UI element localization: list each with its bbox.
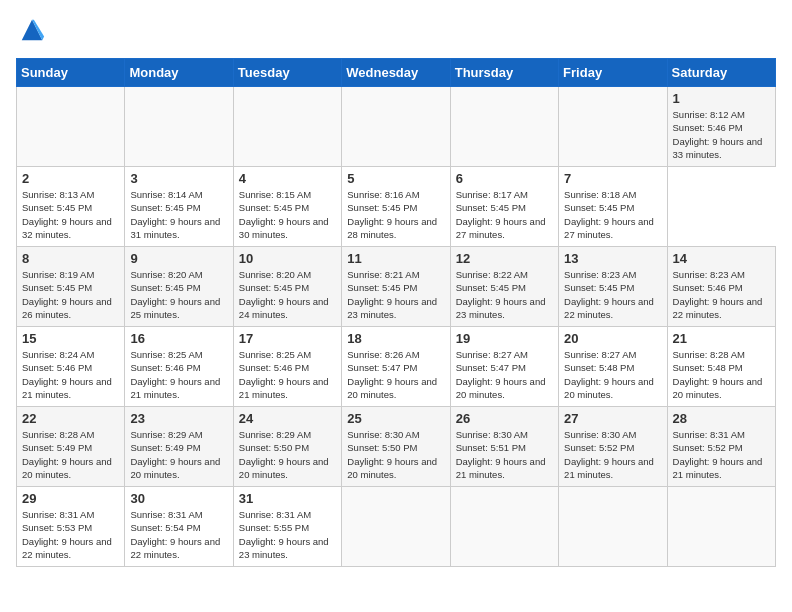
calendar-day-cell: 8Sunrise: 8:19 AMSunset: 5:45 PMDaylight… xyxy=(17,247,125,327)
day-info: Sunrise: 8:18 AMSunset: 5:45 PMDaylight:… xyxy=(564,188,661,241)
calendar-day-cell: 31Sunrise: 8:31 AMSunset: 5:55 PMDayligh… xyxy=(233,487,341,567)
day-number: 29 xyxy=(22,491,119,506)
day-info: Sunrise: 8:14 AMSunset: 5:45 PMDaylight:… xyxy=(130,188,227,241)
col-header-wednesday: Wednesday xyxy=(342,59,450,87)
day-number: 24 xyxy=(239,411,336,426)
day-info: Sunrise: 8:25 AMSunset: 5:46 PMDaylight:… xyxy=(239,348,336,401)
calendar-day-cell: 22Sunrise: 8:28 AMSunset: 5:49 PMDayligh… xyxy=(17,407,125,487)
day-info: Sunrise: 8:31 AMSunset: 5:55 PMDaylight:… xyxy=(239,508,336,561)
calendar-day-cell: 24Sunrise: 8:29 AMSunset: 5:50 PMDayligh… xyxy=(233,407,341,487)
day-info: Sunrise: 8:31 AMSunset: 5:54 PMDaylight:… xyxy=(130,508,227,561)
logo xyxy=(16,16,46,48)
calendar-week-row: 8Sunrise: 8:19 AMSunset: 5:45 PMDaylight… xyxy=(17,247,776,327)
calendar-empty-cell xyxy=(450,487,558,567)
calendar-empty-cell xyxy=(559,487,667,567)
day-info: Sunrise: 8:16 AMSunset: 5:45 PMDaylight:… xyxy=(347,188,444,241)
day-number: 11 xyxy=(347,251,444,266)
day-info: Sunrise: 8:20 AMSunset: 5:45 PMDaylight:… xyxy=(239,268,336,321)
day-number: 3 xyxy=(130,171,227,186)
day-number: 21 xyxy=(673,331,770,346)
day-info: Sunrise: 8:13 AMSunset: 5:45 PMDaylight:… xyxy=(22,188,119,241)
day-number: 4 xyxy=(239,171,336,186)
day-number: 14 xyxy=(673,251,770,266)
calendar-day-cell: 16Sunrise: 8:25 AMSunset: 5:46 PMDayligh… xyxy=(125,327,233,407)
day-info: Sunrise: 8:12 AMSunset: 5:46 PMDaylight:… xyxy=(673,108,770,161)
day-number: 15 xyxy=(22,331,119,346)
calendar-day-cell: 20Sunrise: 8:27 AMSunset: 5:48 PMDayligh… xyxy=(559,327,667,407)
day-info: Sunrise: 8:19 AMSunset: 5:45 PMDaylight:… xyxy=(22,268,119,321)
calendar-empty-cell xyxy=(342,87,450,167)
calendar-day-cell: 23Sunrise: 8:29 AMSunset: 5:49 PMDayligh… xyxy=(125,407,233,487)
day-info: Sunrise: 8:23 AMSunset: 5:46 PMDaylight:… xyxy=(673,268,770,321)
day-info: Sunrise: 8:24 AMSunset: 5:46 PMDaylight:… xyxy=(22,348,119,401)
day-info: Sunrise: 8:30 AMSunset: 5:50 PMDaylight:… xyxy=(347,428,444,481)
calendar-day-cell: 6Sunrise: 8:17 AMSunset: 5:45 PMDaylight… xyxy=(450,167,558,247)
calendar-day-cell: 9Sunrise: 8:20 AMSunset: 5:45 PMDaylight… xyxy=(125,247,233,327)
day-number: 27 xyxy=(564,411,661,426)
col-header-sunday: Sunday xyxy=(17,59,125,87)
calendar-empty-cell xyxy=(559,87,667,167)
calendar-day-cell: 18Sunrise: 8:26 AMSunset: 5:47 PMDayligh… xyxy=(342,327,450,407)
calendar-day-cell: 2Sunrise: 8:13 AMSunset: 5:45 PMDaylight… xyxy=(17,167,125,247)
day-info: Sunrise: 8:30 AMSunset: 5:52 PMDaylight:… xyxy=(564,428,661,481)
day-number: 31 xyxy=(239,491,336,506)
calendar-day-cell: 17Sunrise: 8:25 AMSunset: 5:46 PMDayligh… xyxy=(233,327,341,407)
day-info: Sunrise: 8:21 AMSunset: 5:45 PMDaylight:… xyxy=(347,268,444,321)
day-number: 25 xyxy=(347,411,444,426)
calendar-day-cell: 4Sunrise: 8:15 AMSunset: 5:45 PMDaylight… xyxy=(233,167,341,247)
day-number: 22 xyxy=(22,411,119,426)
day-number: 16 xyxy=(130,331,227,346)
day-number: 26 xyxy=(456,411,553,426)
col-header-saturday: Saturday xyxy=(667,59,775,87)
day-info: Sunrise: 8:31 AMSunset: 5:53 PMDaylight:… xyxy=(22,508,119,561)
day-info: Sunrise: 8:20 AMSunset: 5:45 PMDaylight:… xyxy=(130,268,227,321)
calendar-empty-cell xyxy=(667,487,775,567)
calendar-week-row: 29Sunrise: 8:31 AMSunset: 5:53 PMDayligh… xyxy=(17,487,776,567)
day-info: Sunrise: 8:25 AMSunset: 5:46 PMDaylight:… xyxy=(130,348,227,401)
calendar-day-cell: 30Sunrise: 8:31 AMSunset: 5:54 PMDayligh… xyxy=(125,487,233,567)
calendar-week-row: 15Sunrise: 8:24 AMSunset: 5:46 PMDayligh… xyxy=(17,327,776,407)
calendar-day-cell: 13Sunrise: 8:23 AMSunset: 5:45 PMDayligh… xyxy=(559,247,667,327)
col-header-friday: Friday xyxy=(559,59,667,87)
day-number: 9 xyxy=(130,251,227,266)
calendar-day-cell: 5Sunrise: 8:16 AMSunset: 5:45 PMDaylight… xyxy=(342,167,450,247)
calendar-week-row: 1Sunrise: 8:12 AMSunset: 5:46 PMDaylight… xyxy=(17,87,776,167)
calendar-empty-cell xyxy=(233,87,341,167)
day-number: 18 xyxy=(347,331,444,346)
day-number: 20 xyxy=(564,331,661,346)
col-header-monday: Monday xyxy=(125,59,233,87)
day-number: 7 xyxy=(564,171,661,186)
day-number: 13 xyxy=(564,251,661,266)
day-info: Sunrise: 8:29 AMSunset: 5:50 PMDaylight:… xyxy=(239,428,336,481)
day-number: 2 xyxy=(22,171,119,186)
calendar-header-row: SundayMondayTuesdayWednesdayThursdayFrid… xyxy=(17,59,776,87)
calendar-empty-cell xyxy=(125,87,233,167)
calendar-day-cell: 11Sunrise: 8:21 AMSunset: 5:45 PMDayligh… xyxy=(342,247,450,327)
day-number: 5 xyxy=(347,171,444,186)
day-info: Sunrise: 8:22 AMSunset: 5:45 PMDaylight:… xyxy=(456,268,553,321)
calendar-day-cell: 28Sunrise: 8:31 AMSunset: 5:52 PMDayligh… xyxy=(667,407,775,487)
calendar-empty-cell xyxy=(342,487,450,567)
calendar-day-cell: 14Sunrise: 8:23 AMSunset: 5:46 PMDayligh… xyxy=(667,247,775,327)
day-info: Sunrise: 8:29 AMSunset: 5:49 PMDaylight:… xyxy=(130,428,227,481)
calendar-day-cell: 15Sunrise: 8:24 AMSunset: 5:46 PMDayligh… xyxy=(17,327,125,407)
day-number: 6 xyxy=(456,171,553,186)
day-number: 19 xyxy=(456,331,553,346)
day-number: 23 xyxy=(130,411,227,426)
day-info: Sunrise: 8:27 AMSunset: 5:48 PMDaylight:… xyxy=(564,348,661,401)
calendar-empty-cell xyxy=(450,87,558,167)
calendar-week-row: 22Sunrise: 8:28 AMSunset: 5:49 PMDayligh… xyxy=(17,407,776,487)
col-header-tuesday: Tuesday xyxy=(233,59,341,87)
calendar-day-cell: 7Sunrise: 8:18 AMSunset: 5:45 PMDaylight… xyxy=(559,167,667,247)
day-number: 12 xyxy=(456,251,553,266)
day-info: Sunrise: 8:28 AMSunset: 5:48 PMDaylight:… xyxy=(673,348,770,401)
day-info: Sunrise: 8:28 AMSunset: 5:49 PMDaylight:… xyxy=(22,428,119,481)
calendar-day-cell: 26Sunrise: 8:30 AMSunset: 5:51 PMDayligh… xyxy=(450,407,558,487)
page-header xyxy=(16,16,776,48)
calendar-day-cell: 19Sunrise: 8:27 AMSunset: 5:47 PMDayligh… xyxy=(450,327,558,407)
calendar-table: SundayMondayTuesdayWednesdayThursdayFrid… xyxy=(16,58,776,567)
day-number: 28 xyxy=(673,411,770,426)
day-info: Sunrise: 8:30 AMSunset: 5:51 PMDaylight:… xyxy=(456,428,553,481)
calendar-day-cell: 10Sunrise: 8:20 AMSunset: 5:45 PMDayligh… xyxy=(233,247,341,327)
calendar-week-row: 2Sunrise: 8:13 AMSunset: 5:45 PMDaylight… xyxy=(17,167,776,247)
